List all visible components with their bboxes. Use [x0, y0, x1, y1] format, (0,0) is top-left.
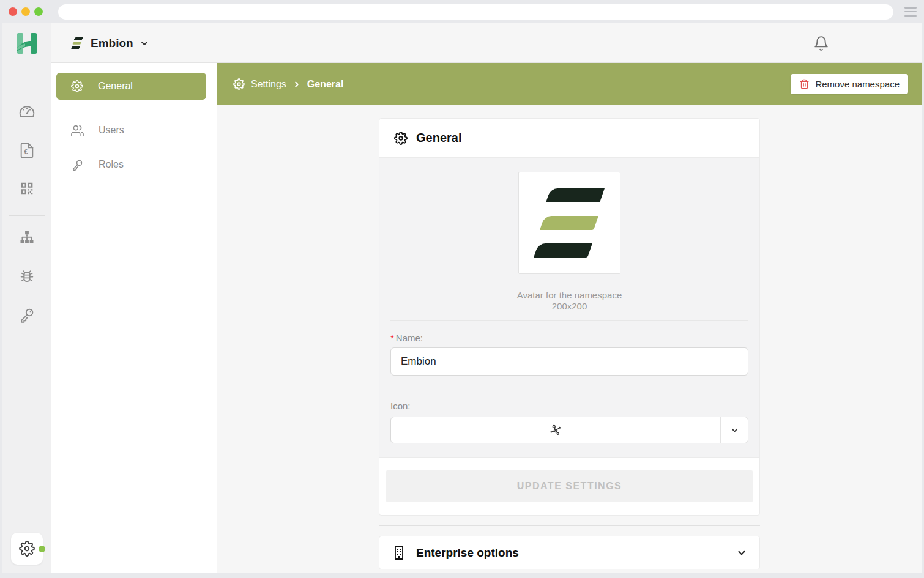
sidebar-item-users[interactable]: Users — [56, 117, 206, 144]
close-window-button[interactable] — [9, 7, 17, 16]
card-title-row: General — [379, 119, 759, 157]
key-icon — [71, 158, 84, 171]
key-icon[interactable] — [2, 306, 51, 324]
settings-rail-button[interactable] — [11, 533, 43, 565]
app-window: Embion € — [2, 23, 922, 573]
dashboard-gauge-icon[interactable] — [2, 102, 51, 120]
sidebar-item-label: General — [98, 81, 133, 92]
gear-icon — [19, 541, 35, 557]
app-header: Embion — [2, 23, 922, 63]
name-field-label: *Name: — [390, 333, 748, 343]
minimize-window-button[interactable] — [21, 7, 30, 16]
h-logo-icon — [13, 29, 41, 57]
gear-icon — [394, 132, 408, 145]
sidebar-item-label: Roles — [99, 159, 124, 170]
users-icon — [71, 124, 84, 137]
card-footer: UPDATE SETTINGS — [379, 458, 759, 515]
card-title: General — [416, 131, 461, 145]
remove-namespace-button[interactable]: Remove namespace — [791, 74, 908, 94]
section-divider — [390, 320, 748, 321]
settings-sidebar: General Users Roles — [51, 63, 217, 573]
notifications-button[interactable] — [791, 35, 852, 51]
bug-icon[interactable] — [2, 268, 51, 285]
window-controls — [9, 7, 43, 16]
chevron-down-icon — [730, 426, 739, 435]
user-avatar[interactable] — [874, 30, 901, 57]
general-settings-card: General Avatar for the namespace 200x200 — [379, 118, 760, 516]
sidebar-item-label: Users — [99, 125, 124, 136]
icon-field-label: Icon: — [390, 401, 748, 411]
card-body: Avatar for the namespace 200x200 *Name: … — [379, 157, 759, 458]
namespace-name-input[interactable] — [390, 347, 748, 376]
embion-logo-stripe — [546, 188, 605, 202]
icon-select[interactable] — [390, 417, 748, 443]
embion-logo-stripe — [540, 216, 598, 230]
zoom-window-button[interactable] — [34, 7, 43, 16]
enterprise-options-title: Enterprise options — [416, 546, 519, 560]
remove-namespace-label: Remove namespace — [815, 79, 900, 89]
breadcrumb-bar: Settings General Remove namespace — [217, 63, 922, 105]
sidebar-item-general[interactable]: General — [56, 73, 206, 100]
browser-chrome — [0, 0, 924, 23]
section-divider — [390, 388, 748, 388]
enterprise-options-toggle[interactable]: Enterprise options — [379, 536, 759, 569]
invoice-euro-icon[interactable]: € — [2, 142, 51, 159]
bell-icon — [813, 35, 829, 51]
icon-select-toggle[interactable] — [720, 417, 748, 443]
sidebar-item-roles[interactable]: Roles — [56, 151, 206, 178]
content-area: General Avatar for the namespace 200x200 — [217, 105, 922, 573]
enterprise-options-card: Enterprise options — [379, 536, 760, 569]
trash-icon — [799, 79, 810, 89]
app-home-logo[interactable] — [2, 23, 51, 63]
gear-icon — [71, 80, 83, 92]
building-icon — [392, 546, 406, 560]
workspace-name: Embion — [91, 37, 133, 50]
sitemap-icon[interactable] — [2, 229, 51, 246]
svg-text:€: € — [24, 148, 28, 155]
embion-mini-logo-icon — [69, 36, 84, 51]
rail-divider — [9, 215, 45, 216]
sidebar-divider — [56, 109, 206, 109]
embion-logo-stripe — [534, 243, 592, 258]
cards-divider — [379, 525, 760, 526]
molecule-icon — [548, 422, 564, 438]
main-panel: Settings General Remove namespace — [217, 63, 922, 573]
gear-icon — [233, 78, 245, 90]
qr-code-icon[interactable] — [2, 180, 51, 197]
required-marker: * — [390, 333, 394, 343]
url-bar[interactable] — [58, 4, 893, 20]
breadcrumb-current: General — [307, 79, 344, 90]
chevron-down-icon — [736, 547, 747, 558]
update-settings-button[interactable]: UPDATE SETTINGS — [386, 470, 753, 502]
chevron-right-icon — [292, 80, 301, 89]
icon-select-value — [391, 417, 720, 443]
hamburger-icon[interactable] — [904, 7, 917, 17]
breadcrumb-settings[interactable]: Settings — [251, 79, 286, 90]
avatar-caption: Avatar for the namespace 200x200 — [390, 290, 748, 312]
namespace-avatar-upload[interactable] — [518, 172, 620, 274]
chevron-down-icon — [140, 39, 149, 48]
nav-rail: € — [2, 63, 51, 573]
status-dot — [39, 546, 45, 552]
header-divider — [852, 23, 852, 63]
workspace-switcher[interactable]: Embion — [69, 23, 149, 63]
breadcrumb: Settings General — [233, 78, 343, 90]
